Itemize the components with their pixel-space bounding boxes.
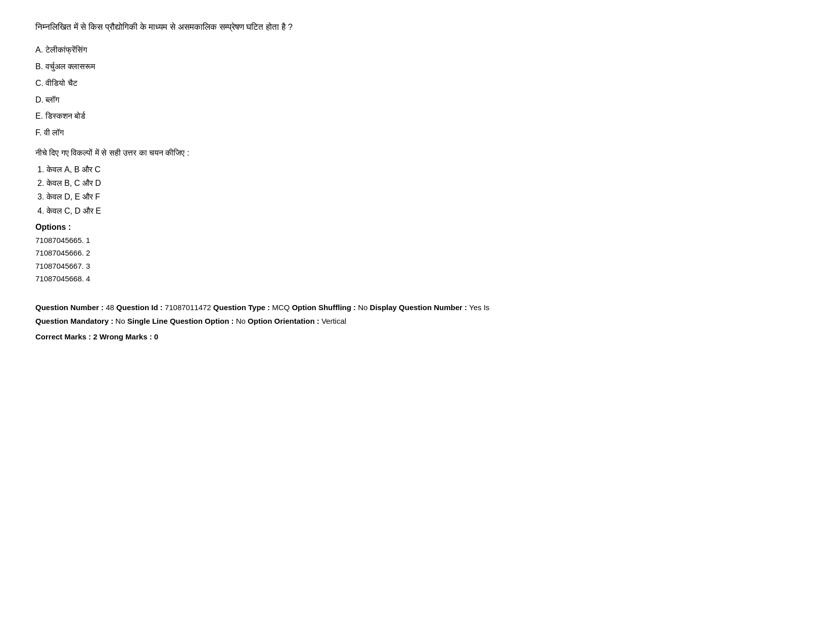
question-number-val: 48 bbox=[106, 303, 114, 312]
option-code-1-sep: . bbox=[82, 236, 86, 244]
option-code-3-code: 71087045667 bbox=[35, 262, 82, 270]
option-c: C. वीडियो चैट bbox=[35, 76, 799, 91]
single-line-label: Single Line Question Option : bbox=[127, 317, 234, 325]
question-type-label: Question Type : bbox=[213, 303, 270, 312]
option-shuffling-label: Option Shuffling : bbox=[292, 303, 356, 312]
option-orientation-val: Vertical bbox=[321, 317, 346, 325]
metadata-line3: Correct Marks : 2 Wrong Marks : 0 bbox=[35, 330, 799, 343]
option-b-label: B bbox=[35, 62, 41, 71]
option-code-1-value: 1 bbox=[86, 236, 90, 244]
question-number-label: Question Number : bbox=[35, 303, 104, 312]
numbered-option-2-text: केवल B, C और D bbox=[47, 179, 101, 187]
numbered-option-2: 2. केवल B, C और D bbox=[37, 176, 799, 190]
option-b: B. वर्चुअल क्लासरूम bbox=[35, 60, 799, 74]
question-text: निम्नलिखित में से किस प्रौद्योगिकी के मा… bbox=[35, 20, 799, 34]
option-e-text: डिस्कशन बोर्ड bbox=[45, 112, 85, 120]
option-code-4-sep: . bbox=[82, 274, 86, 283]
question-mandatory-val: No bbox=[115, 317, 125, 325]
option-code-3: 71087045667. 3 bbox=[35, 260, 799, 273]
question-mandatory-label: Question Mandatory : bbox=[35, 317, 113, 325]
numbered-option-1-text: केवल A, B और C bbox=[47, 165, 101, 174]
metadata-line1: Question Number : 48 Question Id : 71087… bbox=[35, 301, 799, 314]
wrong-marks-label: Wrong Marks : bbox=[100, 332, 152, 341]
option-code-3-sep: . bbox=[82, 262, 86, 270]
numbered-option-1: 1. केवल A, B और C bbox=[37, 163, 799, 176]
option-d: D. ब्लॉग bbox=[35, 93, 799, 108]
option-code-4: 71087045668. 4 bbox=[35, 272, 799, 285]
option-f-text: वी लॉग bbox=[44, 128, 64, 137]
correct-marks-val: 2 bbox=[93, 332, 97, 341]
option-a-text: टेलीकांफ्रेंसिंग bbox=[45, 45, 87, 54]
numbered-option-4-text: केवल C, D और E bbox=[47, 207, 101, 215]
question-id-label: Question Id : bbox=[116, 303, 163, 312]
option-c-label: C bbox=[35, 79, 41, 87]
option-c-text: वीडियो चैट bbox=[45, 79, 77, 87]
option-f-sep: . bbox=[39, 128, 44, 137]
numbered-option-4: 4. केवल C, D और E bbox=[37, 204, 799, 218]
question-container: निम्नलिखित में से किस प्रौद्योगिकी के मा… bbox=[35, 20, 799, 343]
option-e-sep: . bbox=[41, 112, 45, 120]
option-d-text: ब्लॉग bbox=[45, 95, 59, 104]
numbered-option-3: 3. केवल D, E और F bbox=[37, 190, 799, 204]
numbered-option-3-text: केवल D, E और F bbox=[47, 192, 100, 201]
numbered-option-4-num: 4. bbox=[37, 207, 47, 215]
metadata-section: Question Number : 48 Question Id : 71087… bbox=[35, 301, 799, 343]
option-a: A. टेलीकांफ्रेंसिंग bbox=[35, 43, 799, 58]
option-a-sep: . bbox=[41, 45, 45, 54]
option-b-text: वर्चुअल क्लासरूम bbox=[45, 62, 95, 71]
option-e-label: E bbox=[35, 112, 41, 120]
option-orientation-label: Option Orientation : bbox=[248, 317, 319, 325]
option-f: F. वी लॉग bbox=[35, 126, 799, 140]
numbered-option-3-num: 3. bbox=[37, 192, 47, 201]
option-e: E. डिस्कशन बोर्ड bbox=[35, 109, 799, 124]
option-a-label: A bbox=[35, 45, 41, 54]
numbered-options-list: 1. केवल A, B और C 2. केवल B, C और D 3. क… bbox=[35, 163, 799, 218]
options-list: A. टेलीकांफ्रेंसिंग B. वर्चुअल क्लासरूम … bbox=[35, 43, 799, 140]
metadata-line2: Question Mandatory : No Single Line Ques… bbox=[35, 314, 799, 328]
option-code-1-code: 71087045665 bbox=[35, 236, 82, 244]
option-code-4-value: 4 bbox=[86, 274, 90, 283]
option-b-sep: . bbox=[41, 62, 45, 71]
option-code-2-value: 2 bbox=[86, 249, 90, 257]
option-code-3-value: 3 bbox=[86, 262, 90, 270]
question-type-val: MCQ bbox=[272, 303, 290, 312]
numbered-option-2-num: 2. bbox=[37, 179, 47, 187]
options-label: Options : bbox=[35, 223, 799, 232]
single-line-val: No bbox=[236, 317, 246, 325]
option-codes-list: 71087045665. 1 71087045666. 2 7108704566… bbox=[35, 234, 799, 285]
option-code-2-code: 71087045666 bbox=[35, 249, 82, 257]
display-question-number-label: Display Question Number : bbox=[370, 303, 468, 312]
option-shuffling-val: No bbox=[358, 303, 367, 312]
option-code-2-sep: . bbox=[82, 249, 86, 257]
option-d-label: D bbox=[35, 95, 41, 104]
instruction-text: नीचे दिए गए विकल्पों में से सही उत्तर का… bbox=[35, 148, 799, 158]
wrong-marks-val: 0 bbox=[154, 332, 158, 341]
option-code-1: 71087045665. 1 bbox=[35, 234, 799, 247]
display-question-number-val: Yes Is bbox=[469, 303, 489, 312]
option-code-4-code: 71087045668 bbox=[35, 274, 82, 283]
question-id-val: 71087011472 bbox=[165, 303, 211, 312]
option-code-2: 71087045666. 2 bbox=[35, 246, 799, 260]
numbered-option-1-num: 1. bbox=[37, 165, 47, 174]
correct-marks-label: Correct Marks : bbox=[35, 332, 91, 341]
option-f-label: F bbox=[35, 128, 39, 137]
